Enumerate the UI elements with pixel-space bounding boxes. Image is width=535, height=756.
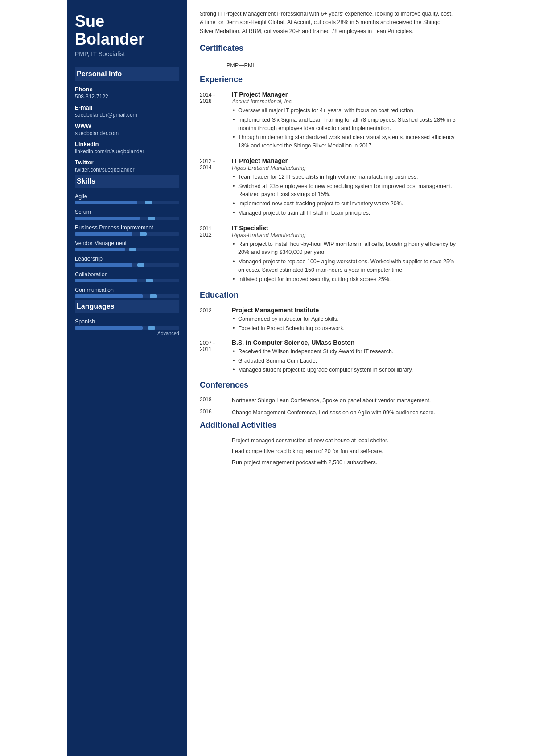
activity-item: Project-managed construction of new cat …	[200, 437, 456, 445]
job-bullets: Oversaw all major IT projects for 4+ yea…	[232, 106, 456, 150]
language-name: Spanish	[75, 319, 179, 325]
skill-name: Communication	[75, 287, 179, 293]
activity-text: Lead competitive road biking team of 20 …	[232, 447, 456, 456]
bullet-item: Initiated project for improved security,…	[232, 275, 456, 284]
language-level: Advanced	[75, 331, 179, 336]
experience-date: 2012 - 2014	[200, 157, 232, 218]
degree-title: B.S. in Computer Science, UMass Boston	[232, 339, 456, 346]
skill-bar	[75, 294, 179, 298]
activity-text: Project-managed construction of new cat …	[232, 437, 456, 445]
skills-list: AgileScrumBusiness Process ImprovementVe…	[75, 193, 179, 298]
job-bullets: Ran project to install hour-by-hour WIP …	[232, 240, 456, 284]
education-date: 2007 - 2011	[200, 339, 232, 375]
education-list: 2012Project Management InstituteCommende…	[200, 306, 456, 375]
phone-label: Phone	[75, 86, 179, 93]
certificates-heading: Certificates	[200, 44, 456, 55]
job-title: IT Project Manager	[232, 91, 456, 98]
email-value: sueqbolander@gmail.com	[75, 112, 179, 118]
skill-item: Agile	[75, 193, 179, 204]
www-value: sueqbolander.com	[75, 130, 179, 136]
bullet-item: Excelled in Project Scheduling coursewor…	[232, 324, 456, 333]
conference-item: 2016Change Management Conference, Led se…	[200, 409, 456, 417]
experience-item: 2011 - 2012IT SpecialistRigas-Bratland M…	[200, 225, 456, 285]
bullet-item: Ran project to install hour-by-hour WIP …	[232, 240, 456, 257]
skill-bar	[75, 248, 179, 251]
conferences-heading: Conferences	[200, 380, 456, 392]
skill-name: Scrum	[75, 209, 179, 215]
skill-bar	[75, 263, 179, 267]
twitter-label: Twitter	[75, 159, 179, 166]
education-item: 2007 - 2011B.S. in Computer Science, UMa…	[200, 339, 456, 375]
main-content: Strong IT Project Management Professiona…	[187, 0, 468, 756]
education-bullets: Received the Wilson Independent Study Aw…	[232, 347, 456, 374]
activities-heading: Additional Activities	[200, 421, 456, 432]
experience-item: 2012 - 2014IT Project ManagerRigas-Bratl…	[200, 157, 456, 218]
skill-item: Communication	[75, 287, 179, 298]
skill-item: Leadership	[75, 256, 179, 267]
education-item: 2012Project Management InstituteCommende…	[200, 306, 456, 334]
bullet-item: Team leader for 12 IT specialists in hig…	[232, 173, 456, 181]
job-title: IT Specialist	[232, 225, 456, 232]
conference-date: 2018	[200, 396, 232, 405]
skill-name: Collaboration	[75, 271, 179, 278]
skill-name: Leadership	[75, 256, 179, 262]
job-bullets: Team leader for 12 IT specialists in hig…	[232, 173, 456, 217]
skill-item: Scrum	[75, 209, 179, 220]
conference-desc: Northeast Shingo Lean Conference, Spoke …	[232, 396, 456, 405]
personal-info-heading: Personal Info	[75, 67, 179, 81]
bullet-item: Managed student project to upgrade compu…	[232, 366, 456, 374]
skill-bar	[75, 217, 179, 220]
experience-date: 2011 - 2012	[200, 225, 232, 285]
languages-heading: Languages	[75, 300, 179, 313]
skill-name: Business Process Improvement	[75, 225, 179, 231]
summary-text: Strong IT Project Management Professiona…	[200, 10, 456, 36]
company-name: Rigas-Bratland Manufacturing	[232, 165, 456, 171]
experience-item: 2014 - 2018IT Project ManagerAccurit Int…	[200, 91, 456, 151]
activities-list: Project-managed construction of new cat …	[200, 437, 456, 467]
activity-item: Lead competitive road biking team of 20 …	[200, 447, 456, 456]
bullet-item: Commended by instructor for Agile skills…	[232, 315, 456, 323]
languages-list: SpanishAdvanced	[75, 319, 179, 336]
bullet-item: Implemented Six Sigma and Lean Training …	[232, 116, 456, 133]
skills-heading: Skills	[75, 175, 179, 188]
bullet-item: Received the Wilson Independent Study Aw…	[232, 347, 456, 356]
bullet-item: Implemented new cost-tracking project to…	[232, 200, 456, 208]
activity-text: Run project management podcast with 2,50…	[232, 458, 456, 467]
skill-bar	[75, 232, 179, 236]
phone-value: 508-312-7122	[75, 94, 179, 100]
bullet-item: Oversaw all major IT projects for 4+ yea…	[232, 106, 456, 115]
activity-item: Run project management podcast with 2,50…	[200, 458, 456, 467]
conference-item: 2018Northeast Shingo Lean Conference, Sp…	[200, 396, 456, 405]
education-date: 2012	[200, 306, 232, 334]
bullet-item: Through implementing standardized work a…	[232, 133, 456, 150]
certificate-item: PMP—PMI	[200, 60, 456, 71]
skill-bar	[75, 201, 179, 204]
linkedin-label: LinkedIn	[75, 141, 179, 147]
skill-item: Collaboration	[75, 271, 179, 282]
resume-wrapper: Sue Bolander PMP, IT Specialist Personal…	[67, 0, 468, 756]
experience-date: 2014 - 2018	[200, 91, 232, 151]
conference-desc: Change Management Conference, Led sessio…	[232, 409, 456, 417]
skill-item: Vendor Management	[75, 240, 179, 251]
language-bar	[75, 326, 179, 330]
linkedin-value: linkedin.com/in/sueqbolander	[75, 148, 179, 155]
company-name: Accurit International, Inc.	[232, 98, 456, 105]
candidate-title: PMP, IT Specialist	[75, 50, 179, 57]
education-heading: Education	[200, 290, 456, 302]
skill-name: Vendor Management	[75, 240, 179, 246]
bullet-item: Managed project to train all IT staff in…	[232, 209, 456, 217]
skill-item: Business Process Improvement	[75, 225, 179, 236]
experience-heading: Experience	[200, 75, 456, 86]
skill-name: Agile	[75, 193, 179, 200]
language-item: SpanishAdvanced	[75, 319, 179, 336]
conference-date: 2016	[200, 409, 232, 417]
conferences-list: 2018Northeast Shingo Lean Conference, Sp…	[200, 396, 456, 417]
skill-bar	[75, 279, 179, 282]
bullet-item: Managed project to replace 100+ aging wo…	[232, 257, 456, 274]
bullet-item: Switched all 235 employees to new schedu…	[232, 182, 456, 199]
experience-list: 2014 - 2018IT Project ManagerAccurit Int…	[200, 91, 456, 284]
bullet-item: Graduated Summa Cum Laude.	[232, 357, 456, 365]
twitter-value: twitter.com/sueqbolander	[75, 167, 179, 173]
www-label: WWW	[75, 123, 179, 129]
email-label: E-mail	[75, 104, 179, 111]
